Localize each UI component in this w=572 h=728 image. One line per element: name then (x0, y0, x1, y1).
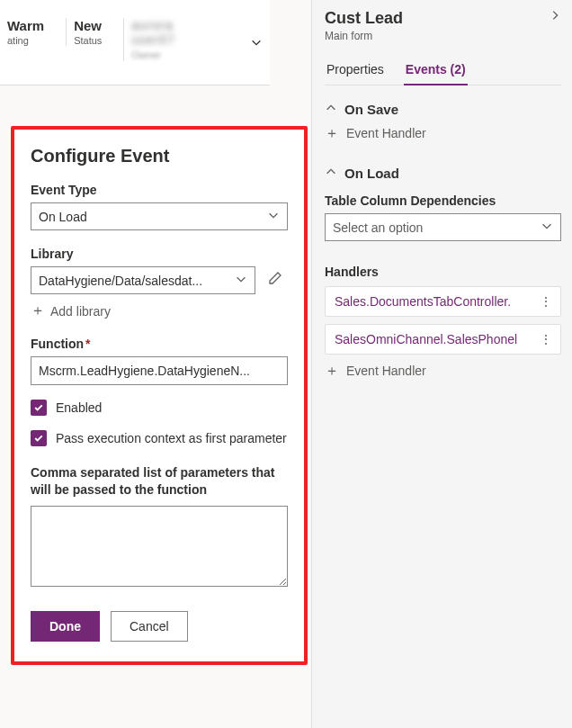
handlers-list: Sales.DocumentsTabController. ⋮ SalesOmn… (325, 286, 561, 355)
parameters-textarea[interactable] (31, 506, 288, 587)
header-cell-label: ating (7, 35, 44, 46)
section-on-save[interactable]: On Save (325, 102, 561, 117)
add-event-handler-onload[interactable]: ＋ Event Handler (325, 364, 561, 378)
library-select[interactable]: DataHygiene/Data/salesdat... (31, 266, 255, 294)
chevron-down-icon (235, 273, 247, 288)
more-icon[interactable]: ⋮ (536, 294, 555, 309)
function-label: Function* (31, 337, 288, 351)
handlers-label: Handlers (325, 265, 561, 279)
configure-event-title: Configure Event (31, 146, 288, 166)
section-on-load[interactable]: On Load (325, 166, 561, 181)
cancel-button[interactable]: Cancel (111, 611, 188, 642)
function-input[interactable]: Mscrm.LeadHygiene.DataHygieneN... (31, 356, 288, 385)
header-owner-value: aurora user07 (131, 18, 216, 47)
header-cell-rating: Warm ating (0, 18, 51, 46)
header-cell-value: New (74, 18, 102, 33)
parameters-label: Comma separated list of parameters that … (31, 464, 288, 499)
chevron-up-icon (325, 166, 337, 181)
pass-context-label: Pass execution context as first paramete… (56, 430, 287, 446)
dependencies-select[interactable]: Select an option (325, 213, 561, 241)
chevron-right-icon[interactable] (549, 9, 561, 24)
library-value: DataHygiene/Data/salesdat... (39, 274, 202, 288)
pass-context-checkbox[interactable] (31, 430, 47, 446)
add-library-button[interactable]: ＋ Add library (31, 301, 288, 320)
chevron-down-icon[interactable] (250, 36, 263, 51)
dependencies-label: Table Column Dependencies (325, 193, 561, 208)
library-label: Library (31, 247, 288, 261)
plus-icon: ＋ (31, 301, 45, 320)
chevron-down-icon (541, 220, 553, 235)
panel-title: Cust Lead (325, 9, 403, 28)
add-library-label: Add library (50, 304, 111, 319)
event-type-value: On Load (39, 210, 87, 224)
done-button[interactable]: Done (31, 611, 100, 642)
add-event-handler-label: Event Handler (346, 126, 426, 140)
panel-subtitle: Main form (325, 30, 403, 42)
chevron-up-icon (325, 102, 337, 117)
panel-tabs: Properties Events (2) (325, 58, 561, 85)
chevron-down-icon (267, 209, 280, 224)
dependencies-placeholder: Select an option (333, 220, 423, 235)
pencil-icon[interactable] (263, 264, 288, 292)
enabled-label: Enabled (56, 400, 102, 416)
handler-name: SalesOmniChannel.SalesPhonel (335, 332, 517, 346)
event-type-label: Event Type (31, 183, 288, 197)
handler-name: Sales.DocumentsTabController. (335, 294, 511, 309)
plus-icon: ＋ (325, 364, 339, 378)
header-cell-value: Warm (7, 18, 44, 33)
record-header: Warm ating New Status aurora user07 Owne… (0, 0, 270, 85)
event-type-select[interactable]: On Load (31, 202, 288, 230)
enabled-checkbox[interactable] (31, 400, 47, 416)
configure-event-panel: Configure Event Event Type On Load Libra… (11, 126, 308, 665)
section-title: On Save (344, 102, 398, 117)
add-event-handler-label: Event Handler (346, 364, 426, 378)
add-event-handler-onsave[interactable]: ＋ Event Handler (325, 126, 561, 140)
required-star: * (85, 337, 90, 351)
handler-item[interactable]: Sales.DocumentsTabController. ⋮ (325, 286, 561, 317)
tab-events[interactable]: Events (2) (404, 58, 468, 85)
handler-item[interactable]: SalesOmniChannel.SalesPhonel ⋮ (325, 324, 561, 355)
plus-icon: ＋ (325, 126, 339, 140)
header-cell-label: Status (74, 35, 102, 46)
tab-properties[interactable]: Properties (325, 58, 386, 85)
header-cell-status: New Status (66, 18, 109, 46)
header-owner-label: Owner (131, 49, 160, 60)
more-icon[interactable]: ⋮ (536, 332, 555, 346)
section-title: On Load (344, 166, 399, 181)
properties-panel: Cust Lead Main form Properties Events (2… (311, 0, 572, 728)
header-cell-owner: aurora user07 Owner (123, 18, 223, 61)
